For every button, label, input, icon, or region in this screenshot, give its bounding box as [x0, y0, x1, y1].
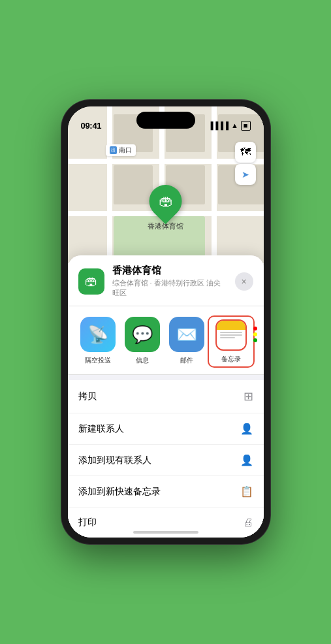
- map-location-label: 出 南口: [106, 144, 136, 156]
- add-notes-icon: 📋: [240, 485, 253, 498]
- share-item-messages[interactable]: 💬 信息: [120, 317, 165, 366]
- copy-icon: ⊞: [244, 389, 253, 404]
- share-item-notes[interactable]: 备忘录: [209, 317, 253, 366]
- dot-green: [253, 338, 257, 342]
- action-add-existing[interactable]: 添加到现有联系人 👤: [68, 445, 264, 476]
- action-new-contact[interactable]: 新建联系人 👤: [68, 413, 264, 445]
- share-row: 📡 隔空投送 💬 信息 ✉️ 邮件: [68, 306, 264, 375]
- action-add-notes-label: 添加到新快速备忘录: [78, 486, 161, 498]
- notes-line-3: [220, 337, 236, 338]
- mail-icon-wrap: ✉️: [169, 317, 204, 352]
- notes-top-bar: [217, 321, 245, 330]
- share-item-airdrop[interactable]: 📡 隔空投送: [76, 317, 120, 366]
- venue-icon: 🏟: [78, 268, 104, 295]
- action-add-existing-label: 添加到现有联系人: [78, 455, 151, 466]
- airdrop-icon: 📡: [87, 325, 108, 345]
- dot-yellow: [253, 332, 257, 336]
- signal-icon: ▐▐▐▐: [208, 121, 229, 129]
- share-item-mail[interactable]: ✉️ 邮件: [165, 317, 209, 366]
- status-time: 09:41: [81, 121, 102, 131]
- notes-line-1: [220, 332, 242, 333]
- add-existing-icon: 👤: [240, 454, 253, 466]
- map-location-button[interactable]: ➤: [235, 164, 256, 185]
- stadium-icon: 🏟: [159, 193, 173, 210]
- airdrop-label: 隔空投送: [85, 356, 111, 365]
- location-arrow-icon: ➤: [242, 169, 249, 180]
- venue-logo-icon: 🏟: [85, 274, 98, 289]
- status-icons: ▐▐▐▐ ▲ ■: [208, 121, 251, 131]
- action-add-notes[interactable]: 添加到新快速备忘录 📋: [68, 476, 264, 507]
- more-dots: [253, 327, 257, 342]
- home-indicator: [133, 531, 198, 534]
- messages-label: 信息: [136, 356, 149, 365]
- notes-line-2: [220, 334, 242, 336]
- close-button[interactable]: ×: [235, 272, 253, 291]
- exit-icon: 出: [110, 146, 117, 154]
- action-new-contact-label: 新建联系人: [78, 423, 124, 435]
- wifi-icon: ▲: [231, 121, 238, 129]
- phone-screen: 09:41 ▐▐▐▐ ▲ ■: [68, 106, 264, 538]
- mail-label: 邮件: [180, 356, 193, 365]
- notes-label: 备忘录: [221, 355, 241, 364]
- messages-icon: 💬: [132, 325, 153, 345]
- notes-icon-wrap: [215, 319, 247, 351]
- new-contact-icon: 👤: [240, 423, 253, 435]
- venue-subtitle: 综合体育馆 · 香港特别行政区 油尖旺区: [112, 278, 227, 298]
- map-buttons: 🗺 ➤: [235, 142, 256, 185]
- action-print-label: 打印: [78, 517, 97, 528]
- action-list: 拷贝 ⊞ 新建联系人 👤 添加到现有联系人 👤 添加到新快速备忘录 📋 打印: [68, 380, 264, 538]
- map-type-icon: 🗺: [240, 146, 251, 158]
- print-icon: 🖨: [243, 517, 253, 528]
- action-copy[interactable]: 拷贝 ⊞: [68, 380, 264, 413]
- phone-frame: 09:41 ▐▐▐▐ ▲ ■: [61, 100, 270, 544]
- bottom-sheet: 🏟 香港体育馆 综合体育馆 · 香港特别行政区 油尖旺区 × 📡 隔空投送: [68, 255, 264, 538]
- map-type-button[interactable]: 🗺: [235, 142, 256, 163]
- sheet-header: 🏟 香港体育馆 综合体育馆 · 香港特别行政区 油尖旺区 ×: [68, 255, 264, 306]
- location-label-text: 南口: [119, 146, 132, 155]
- battery-icon: ■: [241, 121, 251, 131]
- notes-lines: [217, 330, 245, 340]
- close-icon: ×: [241, 276, 246, 287]
- stadium-pin: 🏟 香港体育馆: [148, 185, 183, 231]
- dynamic-island: [136, 112, 195, 129]
- messages-icon-wrap: 💬: [125, 317, 160, 352]
- more-apps-indicator[interactable]: [253, 317, 257, 352]
- dot-red: [253, 327, 257, 330]
- mail-icon: ✉️: [176, 325, 197, 345]
- action-copy-label: 拷贝: [78, 391, 97, 402]
- venue-name: 香港体育馆: [112, 265, 227, 277]
- airdrop-icon-wrap: 📡: [80, 317, 116, 352]
- venue-info: 香港体育馆 综合体育馆 · 香港特别行政区 油尖旺区: [112, 265, 227, 298]
- pin-marker: 🏟: [142, 178, 189, 225]
